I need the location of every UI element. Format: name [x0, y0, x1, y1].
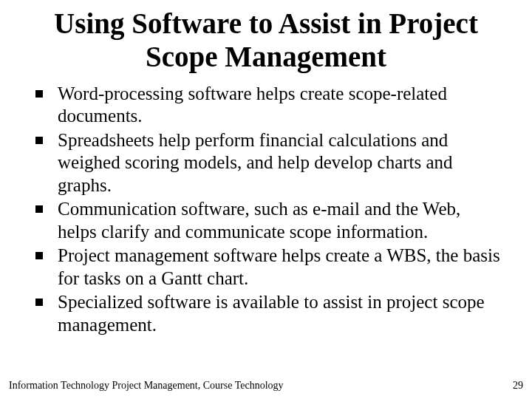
square-bullet-icon: [35, 252, 43, 259]
list-item: Word-processing software helps create sc…: [30, 83, 502, 128]
slide-footer: Information Technology Project Managemen…: [0, 380, 532, 392]
square-bullet-icon: [35, 90, 43, 98]
square-bullet-icon: [35, 205, 43, 213]
list-item: Communication software, such as e-mail a…: [30, 198, 502, 243]
list-item: Spreadsheets help perform financial calc…: [30, 129, 502, 197]
bullet-text: Word-processing software helps create sc…: [58, 83, 447, 126]
bullet-text: Spreadsheets help perform financial calc…: [58, 130, 453, 195]
square-bullet-icon: [35, 299, 43, 306]
footer-source: Information Technology Project Managemen…: [9, 380, 284, 392]
bullet-text: Specialized software is available to ass…: [58, 292, 485, 335]
footer-page-number: 29: [513, 380, 523, 392]
list-item: Project management software helps create…: [30, 245, 502, 290]
list-item: Specialized software is available to ass…: [30, 291, 502, 336]
square-bullet-icon: [35, 137, 43, 144]
bullet-list: Word-processing software helps create sc…: [30, 83, 502, 337]
bullet-text: Communication software, such as e-mail a…: [58, 199, 460, 242]
slide-content: Word-processing software helps create sc…: [0, 83, 532, 338]
slide-container: Using Software to Assist in Project Scop…: [0, 0, 532, 399]
bullet-text: Project management software helps create…: [58, 245, 500, 288]
slide-title: Using Software to Assist in Project Scop…: [0, 7, 532, 74]
